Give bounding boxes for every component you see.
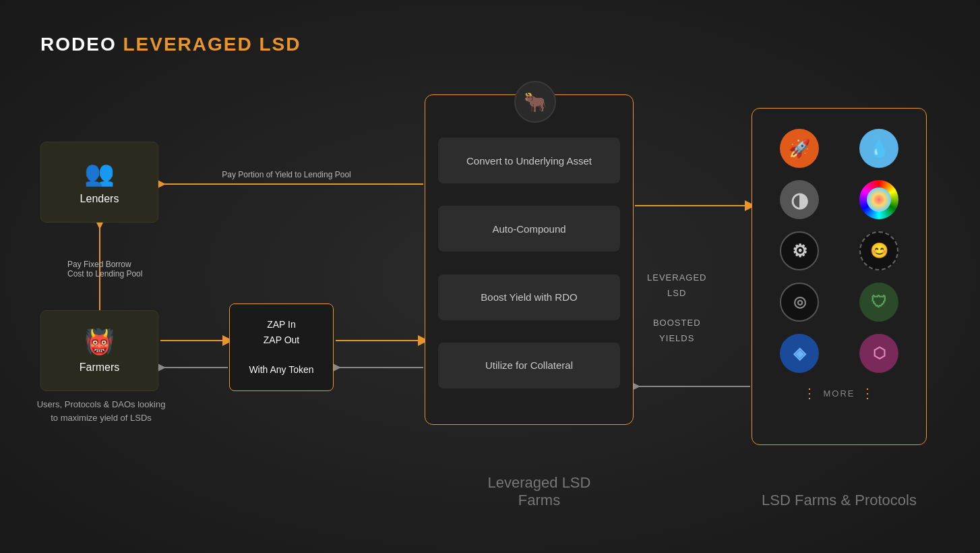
page-title: RODEO LEVERAGED LSD (40, 34, 301, 55)
leveraged-lsd-label: LEVERAGED LSD BOOSTED YIELDS (647, 270, 706, 347)
action-collateral[interactable]: Utilize for Collateral (438, 343, 620, 388)
lenders-box: 👥 Lenders (40, 142, 158, 223)
action-convert[interactable]: Convert to Underlying Asset (438, 138, 620, 183)
protocol-icon-10[interactable]: ⬡ (859, 334, 898, 373)
protocol-icon-2[interactable]: 💧 (859, 129, 898, 168)
protocol-icon-6[interactable]: 😊 (859, 231, 898, 270)
farmers-label: Farmers (80, 361, 120, 374)
pay-fixed-label: Pay Fixed Borrow Cost to Lending Pool (67, 260, 148, 279)
protocol-icon-9[interactable]: ◈ (780, 334, 819, 373)
zap-text: ZAP In ZAP Out With Any Token (249, 317, 313, 378)
lsd-farms-bottom-label: Leveraged LSD Farms (472, 474, 607, 509)
protocol-icon-7[interactable]: ◎ (780, 283, 819, 322)
lsd-farms-box: Convert to Underlying Asset Auto-Compoun… (425, 94, 634, 425)
zap-box: ZAP In ZAP Out With Any Token (229, 303, 334, 391)
protocol-icon-8[interactable]: 🛡 (859, 283, 898, 322)
farmers-icon: 👹 (84, 328, 115, 356)
title-white: RODEO (40, 34, 117, 55)
protocol-icon-5[interactable]: ⚙ (780, 231, 819, 270)
action-boost[interactable]: Boost Yield with RDO (438, 274, 620, 320)
svg-point-4 (867, 187, 891, 212)
protocol-icons-grid: 🚀 💧 ◑ ⚙ 😊 ◎ 🛡 ◈ ⬡ (766, 129, 913, 373)
protocol-icon-4[interactable] (859, 180, 898, 219)
pay-portion-label: Pay Portion of Yield to Lending Pool (209, 170, 364, 179)
protocol-icon-3[interactable]: ◑ (780, 180, 819, 219)
lenders-label: Lenders (80, 193, 119, 205)
protocol-icon-1[interactable]: 🚀 (780, 129, 819, 168)
lenders-icon: 👥 (84, 159, 115, 187)
title-orange: LEVERAGED LSD (123, 34, 301, 55)
page: RODEO LEVERAGED LSD (0, 0, 980, 553)
bull-icon: 🐂 (514, 81, 556, 123)
more-label: ⋮ MORE ⋮ (803, 385, 876, 401)
protocols-box: 🚀 💧 ◑ ⚙ 😊 ◎ 🛡 ◈ ⬡ ⋮ MORE ⋮ (752, 108, 927, 445)
farmers-description: Users, Protocols & DAOs looking to maxim… (34, 398, 169, 424)
action-compound[interactable]: Auto-Compound (438, 206, 620, 252)
protocols-bottom-label: LSD Farms & Protocols (745, 492, 933, 509)
farmers-box: 👹 Farmers (40, 310, 158, 391)
